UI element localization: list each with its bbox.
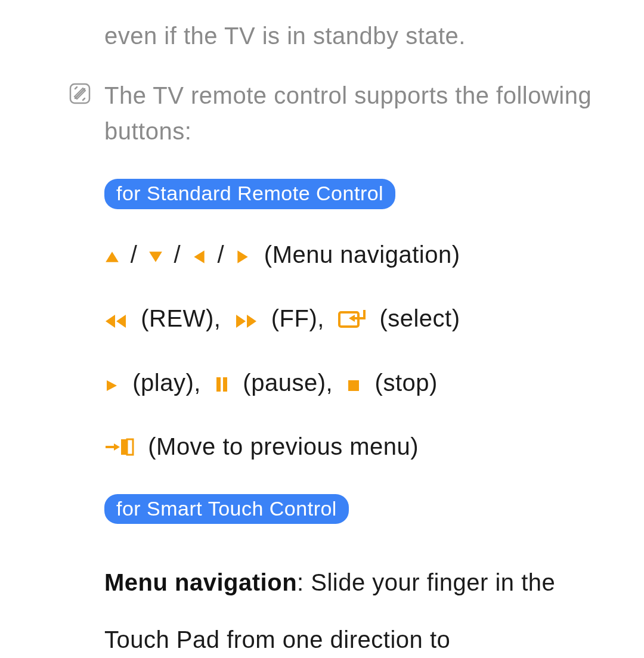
pause-label: (pause), — [243, 370, 333, 396]
enter-select-icon — [338, 304, 366, 337]
fast-forward-icon — [235, 304, 258, 337]
svg-marker-6 — [116, 315, 126, 328]
svg-marker-3 — [194, 250, 204, 263]
note-text: The TV remote control supports the follo… — [104, 77, 620, 149]
content-block: even if the TV is in standby state. The … — [66, 18, 620, 658]
nav-label: (Menu navigation) — [264, 241, 460, 268]
arrow-right-icon — [235, 240, 250, 273]
svg-rect-13 — [223, 377, 227, 392]
svg-marker-16 — [114, 443, 120, 451]
play-label: (play), — [132, 370, 201, 396]
stop-icon — [346, 368, 361, 401]
svg-marker-2 — [149, 252, 162, 262]
pause-icon — [215, 368, 229, 401]
separator: / — [217, 241, 224, 268]
transport-row-2: (play), (pause), (stop) — [104, 366, 620, 401]
smart-touch-section: for Smart Touch Control Menu navigation:… — [104, 494, 620, 658]
select-label: (select) — [379, 305, 460, 331]
return-row: (Move to previous menu) — [104, 430, 620, 465]
svg-marker-8 — [247, 315, 256, 328]
arrow-left-icon — [191, 240, 207, 273]
section-pill-standard: for Standard Remote Control — [104, 179, 395, 209]
partial-sentence-top: even if the TV is in standby state. — [104, 18, 620, 54]
note-row: The TV remote control supports the follo… — [104, 77, 620, 149]
svg-marker-4 — [237, 250, 247, 263]
svg-marker-10 — [349, 315, 355, 322]
standard-remote-section: for Standard Remote Control / / / (Menu … — [104, 179, 620, 465]
svg-rect-12 — [216, 377, 221, 392]
touch-paragraph: Menu navigation: Slide your finger in th… — [104, 554, 620, 658]
rew-label: (REW), — [141, 305, 221, 331]
note-icon — [69, 82, 91, 107]
svg-marker-1 — [106, 252, 119, 262]
svg-marker-11 — [107, 380, 117, 391]
svg-rect-18 — [127, 439, 133, 455]
ff-label: (FF), — [271, 305, 324, 331]
prev-menu-label: (Move to previous menu) — [148, 433, 419, 460]
arrow-up-icon — [104, 240, 120, 273]
svg-marker-5 — [106, 315, 115, 328]
transport-row-1: (REW), (FF), (select) — [104, 302, 620, 337]
separator: / — [174, 241, 181, 268]
section-pill-touch: for Smart Touch Control — [104, 494, 349, 524]
manual-page: even if the TV is in standby state. The … — [0, 0, 644, 658]
rewind-icon — [104, 304, 127, 337]
nav-row: / / / (Menu navigation) — [104, 238, 620, 273]
svg-marker-7 — [236, 315, 246, 328]
play-icon — [104, 368, 119, 401]
separator: / — [131, 241, 138, 268]
stop-label: (stop) — [375, 370, 438, 396]
return-icon — [104, 432, 134, 465]
touch-bold-label: Menu navigation — [104, 569, 297, 595]
arrow-down-icon — [148, 240, 163, 273]
svg-rect-14 — [348, 380, 359, 391]
